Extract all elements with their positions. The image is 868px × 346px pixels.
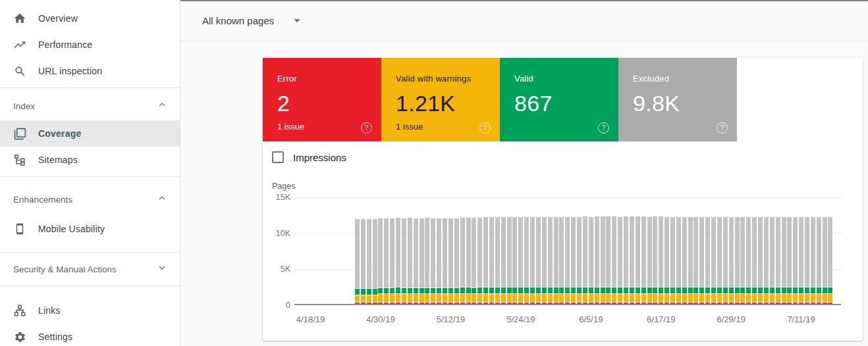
chart-bar[interactable] bbox=[437, 218, 441, 304]
help-icon[interactable]: ? bbox=[598, 122, 609, 134]
chart-bar[interactable] bbox=[770, 217, 774, 304]
chart-bar[interactable] bbox=[396, 218, 400, 304]
sidebar-item-mobile-usability[interactable]: Mobile Usability bbox=[0, 216, 180, 242]
chart-bar[interactable] bbox=[495, 217, 500, 304]
chart-bar[interactable] bbox=[524, 217, 529, 304]
sidebar-item-sitemaps[interactable]: Sitemaps bbox=[0, 147, 180, 173]
chart-bar[interactable] bbox=[776, 217, 780, 304]
sidebar-item-coverage[interactable]: Coverage bbox=[0, 120, 180, 147]
chart-bar[interactable] bbox=[559, 217, 564, 304]
chart-bar[interactable] bbox=[787, 217, 792, 304]
sidebar-item-links[interactable]: Links bbox=[0, 297, 180, 324]
sidebar-section-security[interactable]: Security & Manual Actions bbox=[0, 256, 180, 282]
summary-card-excluded[interactable]: Excluded 9.8K ? bbox=[618, 58, 737, 141]
chart-bar[interactable] bbox=[361, 219, 366, 304]
chart-bar[interactable] bbox=[460, 218, 465, 304]
chart-bar[interactable] bbox=[665, 217, 669, 304]
sidebar-item-overview[interactable]: Overview bbox=[0, 5, 180, 32]
chart-bar[interactable] bbox=[512, 217, 517, 304]
chart-bar[interactable] bbox=[811, 217, 815, 304]
chart-bar[interactable] bbox=[431, 218, 435, 304]
plot-area[interactable] bbox=[294, 197, 841, 305]
chart-bar[interactable] bbox=[758, 217, 763, 304]
chart-bar[interactable] bbox=[647, 217, 652, 304]
chart-bar[interactable] bbox=[367, 219, 371, 304]
chart-bar[interactable] bbox=[530, 217, 535, 304]
chart-bar[interactable] bbox=[746, 217, 751, 304]
chart-bar[interactable] bbox=[577, 217, 582, 304]
chart-bar[interactable] bbox=[717, 217, 722, 304]
chart-bar[interactable] bbox=[448, 218, 453, 304]
help-icon[interactable]: ? bbox=[717, 122, 728, 134]
summary-card-valid[interactable]: Valid 867 ? bbox=[500, 58, 618, 141]
chart-bar[interactable] bbox=[565, 217, 570, 304]
chart-bar[interactable] bbox=[477, 218, 482, 304]
chart-bar[interactable] bbox=[402, 218, 406, 304]
impressions-toggle[interactable]: Impressions bbox=[272, 151, 346, 163]
chart-bar[interactable] bbox=[420, 218, 424, 304]
chart-bar[interactable] bbox=[817, 217, 821, 304]
chart-bar[interactable] bbox=[799, 217, 803, 304]
chart-bar[interactable] bbox=[542, 217, 547, 304]
chart-bar[interactable] bbox=[589, 217, 593, 304]
chart-bar[interactable] bbox=[601, 216, 605, 304]
chart-bar[interactable] bbox=[390, 218, 394, 304]
chart-bar[interactable] bbox=[618, 217, 622, 304]
chart-bar[interactable] bbox=[793, 217, 798, 304]
chart-bar[interactable] bbox=[705, 217, 710, 304]
chart-bar[interactable] bbox=[764, 217, 769, 304]
sidebar-section-index[interactable]: Index bbox=[0, 91, 180, 120]
chart-bar[interactable] bbox=[823, 217, 827, 304]
chart-bar[interactable] bbox=[483, 217, 488, 304]
chart-bar[interactable] bbox=[501, 217, 506, 304]
help-icon[interactable]: ? bbox=[479, 122, 491, 134]
chart-bar[interactable] bbox=[466, 218, 471, 304]
chart-bar[interactable] bbox=[636, 216, 640, 304]
summary-card-valid-with-warnings[interactable]: Valid with warnings 1.21K 1 issue ? bbox=[381, 58, 500, 141]
chart-bar[interactable] bbox=[507, 217, 512, 304]
chart-bar[interactable] bbox=[548, 217, 553, 304]
chart-bar[interactable] bbox=[723, 217, 728, 304]
chart-bar[interactable] bbox=[583, 216, 587, 304]
chart-bar[interactable] bbox=[693, 217, 698, 304]
chart-bar[interactable] bbox=[384, 218, 389, 304]
chart-bar[interactable] bbox=[752, 217, 757, 304]
chart-bar[interactable] bbox=[659, 216, 663, 304]
chart-bar[interactable] bbox=[355, 219, 360, 304]
chart-bar[interactable] bbox=[624, 216, 628, 304]
chart-bar[interactable] bbox=[782, 217, 786, 304]
chart-bar[interactable] bbox=[536, 217, 541, 304]
summary-card-error[interactable]: Error 2 1 issue ? bbox=[263, 58, 381, 141]
chart-bar[interactable] bbox=[688, 217, 693, 304]
chart-bar[interactable] bbox=[653, 216, 657, 304]
chart-bar[interactable] bbox=[729, 217, 734, 304]
chart-bar[interactable] bbox=[670, 217, 675, 304]
chart-bar[interactable] bbox=[606, 216, 610, 304]
chart-bar[interactable] bbox=[828, 217, 832, 304]
chart-bar[interactable] bbox=[682, 217, 687, 304]
page-filter-dropdown[interactable]: All known pages bbox=[202, 13, 304, 28]
chart-bar[interactable] bbox=[554, 217, 558, 304]
chart-bar[interactable] bbox=[735, 217, 740, 304]
chart-bar[interactable] bbox=[699, 217, 704, 304]
chart-bar[interactable] bbox=[378, 218, 383, 304]
sidebar-section-enhancements[interactable]: Enhancements bbox=[0, 180, 180, 209]
chart-bar[interactable] bbox=[595, 216, 599, 304]
chart-bar[interactable] bbox=[711, 217, 716, 304]
chart-bar[interactable] bbox=[612, 216, 616, 304]
sidebar-item-performance[interactable]: Performance bbox=[0, 32, 180, 58]
chart-bar[interactable] bbox=[443, 218, 447, 304]
chart-bar[interactable] bbox=[408, 218, 412, 304]
sidebar-item-settings[interactable]: Settings bbox=[0, 324, 180, 346]
chart-bar[interactable] bbox=[805, 217, 809, 304]
help-icon[interactable]: ? bbox=[361, 122, 372, 134]
chart-bar[interactable] bbox=[425, 218, 429, 304]
chart-bar[interactable] bbox=[740, 217, 745, 304]
chart-bar[interactable] bbox=[454, 218, 459, 304]
impressions-checkbox[interactable] bbox=[272, 151, 284, 163]
chart-bar[interactable] bbox=[630, 216, 634, 304]
chart-bar[interactable] bbox=[518, 217, 523, 304]
chart-bar[interactable] bbox=[414, 218, 418, 304]
chart-bar[interactable] bbox=[489, 217, 494, 304]
chart-bar[interactable] bbox=[571, 217, 576, 304]
